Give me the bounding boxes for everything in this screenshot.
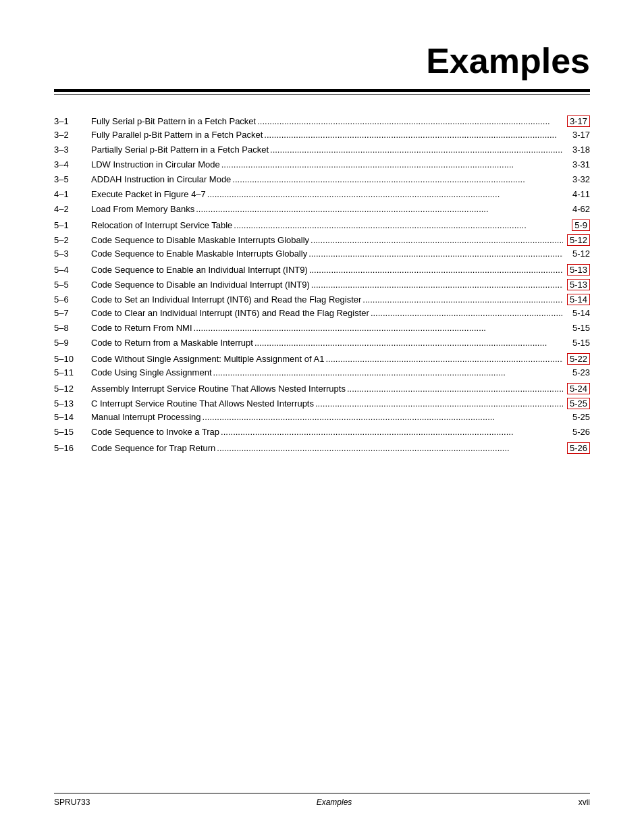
toc-entry-page[interactable]: 5-12 <box>563 234 590 246</box>
toc-entry-title: Code to Clear an Individual Interrupt (I… <box>91 308 369 318</box>
toc-row: 5–7Code to Clear an Individual Interrupt… <box>54 308 590 320</box>
toc-dots: ........................................… <box>270 145 563 155</box>
footer: SPRU733 Examples xvii <box>54 793 590 807</box>
toc-entry-page[interactable]: 3-32 <box>563 174 590 184</box>
toc-dots: ........................................… <box>232 174 563 184</box>
toc-entry-number: 5–9 <box>54 338 91 348</box>
toc-entry-number: 4–1 <box>54 189 91 199</box>
toc-entry-title: Code Sequence to Invoke a Trap <box>91 427 219 437</box>
toc-row: 5–4Code Sequence to Enable an Individual… <box>54 263 590 276</box>
toc-dots: ........................................… <box>217 443 563 453</box>
toc-entry-title: Assembly Interrupt Service Routine That … <box>91 384 346 394</box>
toc-entry-page[interactable]: 4-62 <box>563 204 590 214</box>
toc-entry-title: Relocation of Interrupt Service Table <box>91 220 232 230</box>
toc-entry-page[interactable]: 5-15 <box>563 338 590 348</box>
toc-entry-title: Fully Parallel p-Bit Pattern in a Fetch … <box>91 130 263 140</box>
toc-row: 5–1Relocation of Interrupt Service Table… <box>54 219 590 231</box>
toc-row: 3–4LDW Instruction in Circular Mode ....… <box>54 159 590 172</box>
toc-row: 3–5ADDAH Instruction in Circular Mode ..… <box>54 174 590 186</box>
toc-entry-page[interactable]: 5-26 <box>563 442 590 454</box>
toc-entry-page[interactable]: 5-14 <box>563 293 590 305</box>
toc-entry-page[interactable]: 5-23 <box>563 367 590 377</box>
toc-entry-number: 5–1 <box>54 220 91 230</box>
toc-entry-number: 5–12 <box>54 384 91 394</box>
toc-row: 4–2Load From Memory Banks ..............… <box>54 204 590 216</box>
toc-dots: ........................................… <box>213 367 564 377</box>
toc-entry-number: 5–3 <box>54 249 91 259</box>
toc-entry-page[interactable]: 5-15 <box>563 323 590 333</box>
toc-row: 5–11Code Using Single Assignment .......… <box>54 367 590 380</box>
toc-entry-title: LDW Instruction in Circular Mode <box>91 159 220 170</box>
toc-entry-page[interactable]: 4-11 <box>563 189 590 199</box>
toc-entry-number: 5–5 <box>54 280 91 290</box>
toc-entry-page[interactable]: 5-13 <box>563 278 590 290</box>
toc-entry-page[interactable]: 3-31 <box>563 159 590 170</box>
toc-row: 5–13C Interrupt Service Routine That All… <box>54 397 590 409</box>
toc-entry-number: 3–1 <box>54 116 91 126</box>
toc-entry-page[interactable]: 5-25 <box>563 397 590 409</box>
toc-entry-number: 5–11 <box>54 367 91 377</box>
toc-entry-number: 5–7 <box>54 308 91 318</box>
toc-dots: ........................................… <box>194 323 563 333</box>
toc-entry-title: C Interrupt Service Routine That Allows … <box>91 398 314 409</box>
toc-entry-page[interactable]: 5-26 <box>563 427 590 437</box>
toc-row: 5–10Code Without Single Assignment: Mult… <box>54 353 590 365</box>
toc-entry-number: 3–3 <box>54 145 91 155</box>
toc-entry-title: Code Sequence to Enable an Individual In… <box>91 265 308 275</box>
toc-dots: ........................................… <box>264 130 563 140</box>
footer-left: SPRU733 <box>54 798 90 807</box>
toc-entry-number: 3–4 <box>54 159 91 170</box>
toc-dots: ........................................… <box>347 384 563 394</box>
toc-dots: ........................................… <box>207 189 563 199</box>
toc-entry-number: 3–2 <box>54 130 91 140</box>
toc-entry-title: Fully Serial p-Bit Pattern in a Fetch Pa… <box>91 116 256 126</box>
toc-entry-title: Code to Set an Individual Interrupt (INT… <box>91 294 361 305</box>
toc-entry-title: Code to Return From NMI <box>91 323 192 333</box>
toc-dots: ........................................… <box>254 338 563 348</box>
toc-row: 5–15Code Sequence to Invoke a Trap .....… <box>54 427 590 439</box>
toc-entry-number: 5–13 <box>54 398 91 409</box>
toc-dots: ........................................… <box>371 308 563 318</box>
toc-entry-title: ADDAH Instruction in Circular Mode <box>91 174 231 184</box>
toc-entry-page[interactable]: 5-24 <box>563 382 590 394</box>
toc-entry-page[interactable]: 5-9 <box>563 219 590 231</box>
toc-entry-title: Execute Packet in Figure 4–7 <box>91 189 206 199</box>
toc-entry-title: Code Sequence to Disable an Individual I… <box>91 280 310 290</box>
toc-entry-number: 5–6 <box>54 294 91 305</box>
toc-entry-title: Load From Memory Banks <box>91 204 194 214</box>
toc-entry-page[interactable]: 5-14 <box>563 308 590 318</box>
toc-row: 3–1Fully Serial p-Bit Pattern in a Fetch… <box>54 115 590 127</box>
toc-dots: ........................................… <box>325 354 563 364</box>
toc-entry-page[interactable]: 5-25 <box>563 412 590 422</box>
toc-entry-page[interactable]: 3-17 <box>563 130 590 140</box>
toc-row: 5–3Code Sequence to Enable Maskable Inte… <box>54 249 590 261</box>
toc-entry-title: Code Using Single Assignment <box>91 367 212 377</box>
toc-row: 5–6Code to Set an Individual Interrupt (… <box>54 293 590 305</box>
toc-entry-page[interactable]: 3-18 <box>563 145 590 155</box>
toc-dots: ........................................… <box>203 412 563 422</box>
toc-entry-number: 5–14 <box>54 412 91 422</box>
toc-dots: ........................................… <box>363 294 563 305</box>
toc-row: 3–2Fully Parallel p-Bit Pattern in a Fet… <box>54 130 590 142</box>
toc-entry-number: 5–2 <box>54 235 91 245</box>
toc-entry-number: 5–8 <box>54 323 91 333</box>
toc-dots: ........................................… <box>196 204 563 214</box>
title-rules <box>54 89 590 95</box>
toc-dots: ........................................… <box>221 159 563 170</box>
toc-dots: ........................................… <box>311 235 563 245</box>
toc-entry-title: Code Without Single Assignment: Multiple… <box>91 354 324 364</box>
toc-entry-page[interactable]: 5-13 <box>563 263 590 276</box>
toc-entry-title: Code Sequence to Enable Maskable Interru… <box>91 249 307 259</box>
toc-entry-page[interactable]: 5-22 <box>563 353 590 365</box>
page-title: Examples <box>54 41 590 81</box>
toc-dots: ........................................… <box>221 427 563 437</box>
toc-entry-title: Code Sequence for Trap Return <box>91 443 215 453</box>
toc-row: 4–1Execute Packet in Figure 4–7 ........… <box>54 189 590 201</box>
toc-entry-page[interactable]: 3-17 <box>563 115 590 127</box>
toc-dots: ........................................… <box>309 265 563 275</box>
toc-entry-page[interactable]: 5-12 <box>563 249 590 259</box>
header-section: Examples <box>0 0 644 81</box>
page: Examples 3–1Fully Serial p-Bit Pattern i… <box>0 0 644 834</box>
toc-entry-number: 5–16 <box>54 443 91 453</box>
toc-row: 5–14Manual Interrupt Processing ........… <box>54 412 590 424</box>
